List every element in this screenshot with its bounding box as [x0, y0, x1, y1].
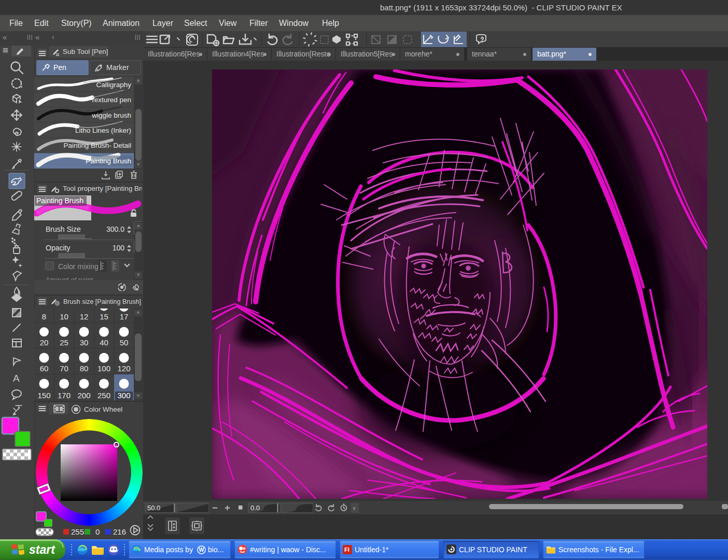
svg-text:15: 15 [100, 312, 108, 321]
svg-text:17: 17 [120, 312, 129, 321]
svg-text:30: 30 [80, 338, 89, 347]
svg-text:‹: ‹ [353, 505, 355, 512]
svg-text:Litho Lines (Inker): Litho Lines (Inker) [75, 127, 131, 134]
svg-text:80: 80 [80, 364, 89, 373]
svg-text:50.0: 50.0 [147, 504, 160, 512]
svg-text:Textured pen: Textured pen [91, 96, 131, 104]
svg-text:170: 170 [58, 391, 71, 400]
svg-text:0.0: 0.0 [250, 504, 260, 512]
svg-text:60: 60 [40, 364, 49, 373]
svg-text:250: 250 [97, 391, 110, 400]
svg-text:start: start [29, 543, 55, 556]
svg-text:Calligraphy: Calligraphy [96, 81, 131, 89]
svg-text:40: 40 [100, 338, 108, 347]
svg-text:20: 20 [40, 338, 49, 347]
svg-text:200: 200 [77, 391, 90, 400]
svg-text:8: 8 [42, 312, 46, 321]
svg-text:100: 100 [97, 364, 110, 373]
svg-text:Painting Brush- Detail: Painting Brush- Detail [63, 142, 131, 149]
svg-text:50: 50 [120, 338, 129, 347]
svg-text:wiggle brush: wiggle brush [91, 111, 131, 119]
svg-text:150: 150 [37, 391, 50, 400]
svg-text:10: 10 [60, 312, 68, 321]
svg-text:Fl: Fl [344, 547, 349, 553]
svg-text:Painting Brush: Painting Brush [86, 157, 131, 165]
svg-text:W: W [199, 547, 204, 553]
svg-text:70: 70 [60, 364, 68, 373]
svg-text:300: 300 [117, 391, 130, 400]
svg-text:12: 12 [80, 312, 89, 321]
svg-text:120: 120 [117, 364, 130, 373]
svg-text:A: A [13, 373, 20, 384]
svg-text:25: 25 [60, 338, 68, 347]
